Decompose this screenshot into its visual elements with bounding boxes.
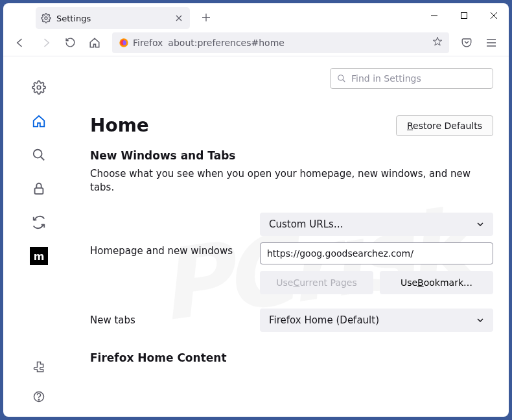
sidebar-item-sync[interactable] xyxy=(29,212,49,233)
use-current-pages-button: Use Current Pages xyxy=(260,271,373,294)
sidebar-item-more[interactable]: m xyxy=(29,246,49,266)
sidebar-item-extensions[interactable] xyxy=(30,358,47,375)
home-button[interactable] xyxy=(84,32,106,54)
section-heading-windows-tabs: New Windows and Tabs xyxy=(90,149,493,162)
reload-button[interactable] xyxy=(59,32,81,54)
forward-button xyxy=(34,32,56,54)
homepage-label: Homepage and new windows xyxy=(90,213,252,257)
homepage-mode-value: Custom URLs… xyxy=(269,218,343,230)
firefox-icon xyxy=(119,38,129,48)
section-heading-home-content: Firefox Home Content xyxy=(90,351,493,364)
urlbar[interactable]: Firefox about:preferences#home xyxy=(112,32,449,53)
settings-search-input[interactable]: Find in Settings xyxy=(330,68,493,89)
bookmark-star-button[interactable] xyxy=(432,36,443,49)
svg-point-5 xyxy=(34,150,42,158)
svg-point-0 xyxy=(45,17,47,19)
titlebar: Settings xyxy=(3,3,509,29)
homepage-url-input[interactable]: https://goog.goodsearchez.com/ xyxy=(260,242,493,264)
gear-icon xyxy=(41,13,51,23)
svg-point-9 xyxy=(338,75,343,80)
search-icon xyxy=(337,74,346,83)
tab-title: Settings xyxy=(56,14,168,23)
active-tab[interactable]: Settings xyxy=(36,7,190,29)
maximize-button[interactable] xyxy=(449,3,479,28)
tab-close-button[interactable] xyxy=(173,12,185,24)
homepage-url-value: https://goog.goodsearchez.com/ xyxy=(267,248,413,259)
close-window-button[interactable] xyxy=(479,3,509,28)
save-pocket-button[interactable] xyxy=(456,32,478,54)
sidebar-item-home[interactable] xyxy=(29,111,49,132)
sidebar: m xyxy=(3,56,75,417)
chevron-down-icon xyxy=(476,316,484,324)
newtabs-select[interactable]: Firefox Home (Default) xyxy=(260,309,493,332)
chevron-down-icon xyxy=(476,220,484,228)
page-title: Home xyxy=(90,115,149,136)
newtabs-label: New tabs xyxy=(90,314,252,326)
new-tab-button[interactable] xyxy=(196,8,216,27)
app-menu-button[interactable] xyxy=(480,32,502,54)
minimize-button[interactable] xyxy=(419,3,449,28)
m-icon: m xyxy=(30,247,48,265)
toolbar: Firefox about:preferences#home xyxy=(3,29,509,56)
window-controls xyxy=(419,3,509,28)
search-placeholder: Find in Settings xyxy=(351,73,421,84)
sidebar-item-privacy[interactable] xyxy=(29,178,49,199)
svg-rect-1 xyxy=(461,13,467,19)
section-desc: Choose what you see when you open your h… xyxy=(90,167,493,194)
svg-point-8 xyxy=(38,399,39,400)
sidebar-item-general[interactable] xyxy=(29,77,49,98)
svg-rect-6 xyxy=(35,188,43,194)
url-text: about:preferences#home xyxy=(168,38,285,48)
sidebar-item-help[interactable] xyxy=(30,388,47,405)
svg-point-4 xyxy=(37,86,41,89)
identity-text: Firefox xyxy=(133,38,163,48)
identity-box[interactable]: Firefox xyxy=(119,38,163,48)
main-panel: PCrisk Find in Settings Home Restore Def… xyxy=(75,56,509,417)
sidebar-item-search[interactable] xyxy=(29,145,49,165)
newtabs-value: Firefox Home (Default) xyxy=(269,314,379,326)
back-button[interactable] xyxy=(10,32,32,54)
restore-defaults-button[interactable]: Restore Defaults xyxy=(396,115,493,136)
browser-window: Settings Firefox xyxy=(3,3,509,417)
use-bookmark-button[interactable]: Use Bookmark… xyxy=(380,271,493,294)
content-area: m PCrisk Find in Settings Home Restore D… xyxy=(3,56,509,417)
homepage-mode-select[interactable]: Custom URLs… xyxy=(260,213,493,236)
